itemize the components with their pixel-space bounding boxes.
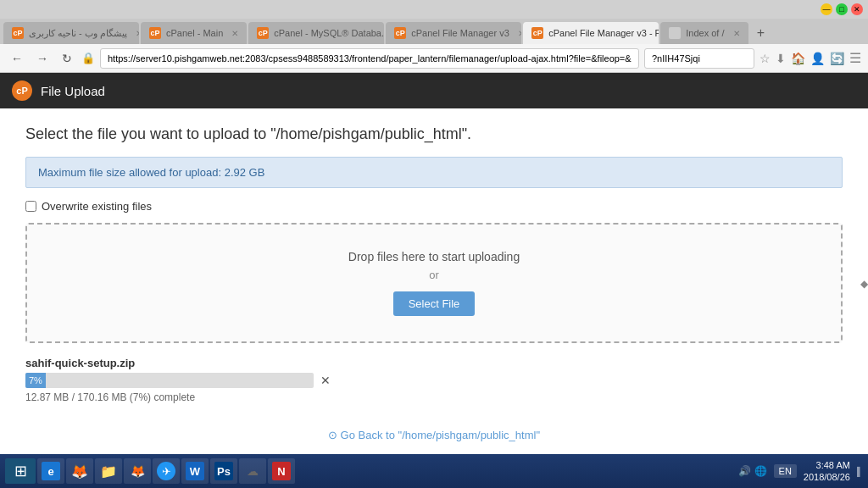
tab-6-icon: [669, 27, 681, 39]
menu-icon[interactable]: ☰: [849, 50, 861, 66]
upload-item: sahif-quick-setup.zip 7% ✕ 12.87 MB / 17…: [25, 357, 843, 403]
tab-4-label: cPanel File Manager v3: [411, 28, 509, 38]
lock-icon: 🔒: [81, 52, 95, 64]
home-icon[interactable]: 🏠: [791, 52, 805, 65]
drop-text: Drop files here to start uploading: [44, 250, 824, 263]
close-button[interactable]: ✕: [851, 3, 863, 15]
cancel-upload-button[interactable]: ✕: [320, 374, 331, 387]
tab-6-label: Index of /: [686, 28, 724, 38]
new-tab-button[interactable]: +: [750, 22, 772, 44]
bookmark-icon[interactable]: ☆: [760, 52, 771, 65]
select-file-button[interactable]: Select File: [393, 291, 476, 316]
profile-icon[interactable]: 👤: [810, 52, 825, 65]
sync-icon[interactable]: 🔄: [830, 52, 844, 65]
tab-6-close[interactable]: ✕: [733, 29, 740, 38]
overwrite-label: Overwrite existing files: [42, 200, 152, 213]
or-text: or: [44, 269, 824, 281]
refresh-nav-button[interactable]: ↻: [58, 50, 76, 67]
taskbar: ⊞ e 🦊 📁 🦊 ✈ W Ps ☁ N 🔊 �: [0, 454, 868, 458]
progress-detail: 12.87 MB / 170.16 MB (7%) complete: [25, 391, 843, 403]
tab-3-icon: cP: [257, 27, 269, 39]
tab-2-icon: cP: [149, 27, 161, 39]
address-bar: ← → ↻ 🔒 ☆ ⬇ 🏠 👤 🔄 ☰: [0, 44, 868, 73]
file-name: sahif-quick-setup.zip: [25, 357, 843, 369]
tab-bar: cP پیشگام وب - ناحیه کاربری ✕ cP cPanel …: [0, 19, 868, 44]
title-bar: — □ ✕: [0, 0, 868, 19]
page-heading: Select the file you want to upload to "/…: [25, 125, 843, 143]
tab-2[interactable]: cP cPanel - Main ✕: [141, 22, 247, 44]
minimize-button[interactable]: —: [821, 3, 832, 15]
tab-4-icon: cP: [394, 27, 406, 39]
progress-bar-container: 7%: [25, 373, 314, 388]
info-banner: Maximum file size allowed for upload: 2.…: [25, 157, 843, 188]
download-icon[interactable]: ⬇: [776, 52, 786, 65]
tab-4-close[interactable]: ✕: [518, 29, 521, 38]
tab-5-label: cPanel File Manager v3 - F...: [548, 28, 659, 38]
tab-1-icon: cP: [12, 27, 24, 39]
back-nav-button[interactable]: ←: [7, 50, 27, 67]
side-diamond: ◆: [860, 278, 868, 290]
tab-2-label: cPanel - Main: [166, 28, 223, 38]
drop-zone[interactable]: Drop files here to start uploading or Se…: [25, 223, 843, 343]
tab-6[interactable]: Index of / ✕: [660, 22, 748, 44]
back-link[interactable]: ⊙ Go Back to "/home/pishgam/public_html": [328, 429, 540, 441]
overwrite-checkbox[interactable]: [25, 201, 36, 212]
app-header: cP File Upload: [0, 73, 868, 108]
back-link-container: ⊙ Go Back to "/home/pishgam/public_html": [25, 429, 843, 441]
maximize-button[interactable]: □: [836, 3, 848, 15]
overwrite-row: Overwrite existing files: [25, 200, 843, 213]
cpanel-logo: cP: [12, 80, 32, 101]
tab-1-label: پیشگام وب - ناحیه کاربری: [29, 28, 127, 39]
tab-1[interactable]: cP پیشگام وب - ناحیه کاربری ✕: [3, 22, 139, 44]
progress-row: 7% ✕: [25, 373, 843, 388]
progress-bar-fill: 7%: [25, 373, 46, 388]
tab-3[interactable]: cP cPanel - MySQL® Databa... ✕: [248, 22, 384, 44]
tab-4[interactable]: cP cPanel File Manager v3 ✕: [386, 22, 521, 44]
forward-nav-button[interactable]: →: [32, 50, 53, 67]
browser-window: — □ ✕ cP پیشگام وب - ناحیه کاربری ✕ cP c…: [0, 0, 868, 458]
tab-5-icon: cP: [531, 27, 543, 39]
tab-2-close[interactable]: ✕: [231, 29, 238, 38]
tab-1-close[interactable]: ✕: [136, 29, 139, 38]
app-title: File Upload: [41, 84, 105, 98]
progress-percent: 7%: [29, 375, 42, 385]
tab-5[interactable]: cP cPanel File Manager v3 - F... ✕: [523, 22, 659, 44]
search-input[interactable]: [644, 48, 754, 69]
tab-3-label: cPanel - MySQL® Databa...: [274, 28, 384, 38]
address-input[interactable]: [100, 48, 639, 69]
back-link-text: Go Back to "/home/pishgam/public_html": [341, 429, 540, 441]
back-arrow-icon: ⊙: [328, 429, 337, 441]
page-content: Select the file you want to upload to "/…: [0, 108, 868, 458]
